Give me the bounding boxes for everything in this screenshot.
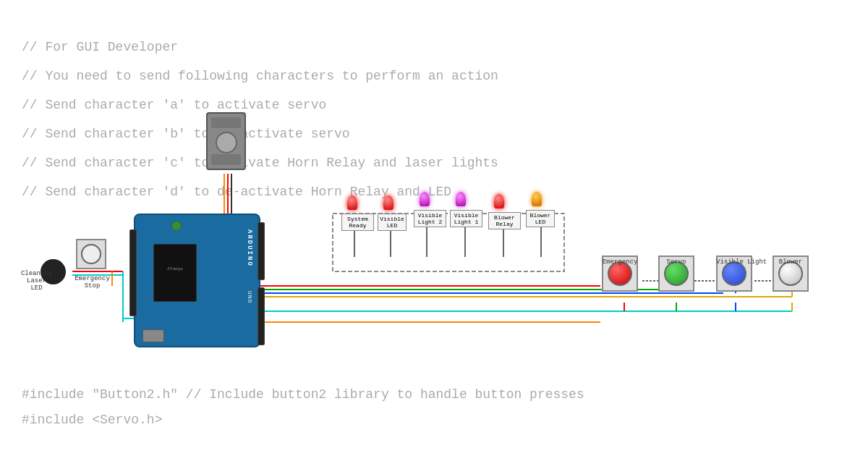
comment-line-5: // Send character 'c' to activate Horn R… xyxy=(22,156,498,170)
arduino-label: ARDUINO xyxy=(246,229,253,267)
include-line-2: #include <Servo.h> xyxy=(22,413,162,427)
blower-btn-label: Blower xyxy=(773,258,809,266)
visible-light-button-component[interactable]: Visible Light xyxy=(716,256,756,266)
comment-line-4: // Send character 'b' to de-activate ser… xyxy=(22,127,350,141)
visible-light2-label: VisibleLight 2 xyxy=(414,210,446,227)
arduino-model: UNO xyxy=(247,291,253,303)
arduino-board: ATmega ARDUINO UNO xyxy=(134,214,260,347)
emergency-button-component[interactable]: Emergency xyxy=(602,256,638,266)
emergency-btn-label: Emergency xyxy=(602,258,638,266)
system-ready-label: SystemReady xyxy=(341,214,374,231)
buzzer-component: CleaningLaserLED xyxy=(20,239,53,271)
cleaning-laser-label: CleaningLaserLED xyxy=(17,270,56,292)
blower-relay-label: BlowerRelay xyxy=(488,212,521,229)
blower-led-label: BlowerLED xyxy=(526,210,555,227)
emergency-stop-label: EmergencyStop xyxy=(72,275,112,290)
servo-component xyxy=(206,112,246,170)
visible-light-btn-label: Visible Light xyxy=(716,258,756,266)
comment-line-1: // For GUI Developer xyxy=(22,40,178,54)
visible-light1-label: VisibleLight 1 xyxy=(450,210,482,227)
blower-button-component[interactable]: Blower xyxy=(773,256,809,266)
include-line-1: #include "Button2.h" // Include button2 … xyxy=(22,387,584,402)
emergency-stop-component: EmergencyStop xyxy=(76,239,106,269)
servo-btn-label: Servo xyxy=(658,258,694,266)
visible-led-label: VisibleLED xyxy=(378,214,407,231)
servo-button-component[interactable]: Servo xyxy=(658,256,694,266)
comment-line-3: // Send character 'a' to activate servo xyxy=(22,98,326,112)
comment-line-2: // You need to send following characters… xyxy=(22,69,498,83)
